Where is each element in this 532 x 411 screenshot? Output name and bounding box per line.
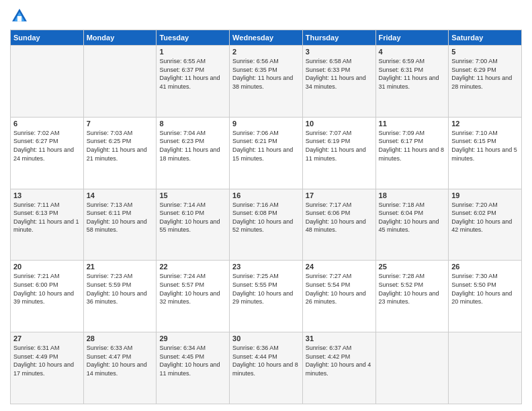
svg-rect-2 — [17, 16, 21, 21]
day-info: Sunrise: 7:09 AMSunset: 6:17 PMDaylight:… — [379, 129, 446, 163]
calendar-cell: 8Sunrise: 7:04 AMSunset: 6:23 PMDaylight… — [157, 117, 230, 189]
calendar-cell: 9Sunrise: 7:06 AMSunset: 6:21 PMDaylight… — [230, 117, 303, 189]
calendar-page: SundayMondayTuesdayWednesdayThursdayFrid… — [0, 0, 532, 411]
calendar-table: SundayMondayTuesdayWednesdayThursdayFrid… — [10, 30, 522, 404]
day-info: Sunrise: 6:37 AMSunset: 4:42 PMDaylight:… — [306, 344, 373, 377]
day-number: 8 — [159, 120, 226, 128]
day-info: Sunrise: 6:56 AMSunset: 6:35 PMDaylight:… — [232, 57, 300, 91]
day-info: Sunrise: 7:02 AMSunset: 6:27 PMDaylight:… — [13, 129, 81, 163]
day-number: 9 — [232, 120, 300, 128]
calendar-cell: 28Sunrise: 6:33 AMSunset: 4:47 PMDayligh… — [83, 332, 157, 404]
day-info: Sunrise: 7:03 AMSunset: 6:25 PMDaylight:… — [87, 129, 154, 163]
logo-icon — [10, 7, 29, 26]
day-info: Sunrise: 7:00 AMSunset: 6:29 PMDaylight:… — [451, 57, 519, 91]
day-info: Sunrise: 6:33 AMSunset: 4:47 PMDaylight:… — [87, 344, 154, 377]
day-number: 20 — [13, 263, 81, 271]
day-info: Sunrise: 7:13 AMSunset: 6:11 PMDaylight:… — [87, 201, 154, 234]
calendar-cell — [11, 46, 84, 118]
calendar-cell: 11Sunrise: 7:09 AMSunset: 6:17 PMDayligh… — [375, 117, 449, 189]
calendar-cell: 16Sunrise: 7:16 AMSunset: 6:08 PMDayligh… — [230, 189, 303, 261]
day-number: 5 — [451, 48, 519, 56]
day-number: 25 — [379, 263, 446, 271]
calendar-cell: 30Sunrise: 6:36 AMSunset: 4:44 PMDayligh… — [230, 332, 303, 404]
calendar-cell: 26Sunrise: 7:30 AMSunset: 5:50 PMDayligh… — [449, 261, 522, 332]
weekday-header: Monday — [83, 30, 157, 46]
day-number: 11 — [379, 120, 446, 128]
weekday-header: Friday — [375, 30, 449, 46]
day-number: 14 — [87, 191, 154, 199]
calendar-cell: 23Sunrise: 7:25 AMSunset: 5:55 PMDayligh… — [230, 261, 303, 332]
day-number: 31 — [306, 334, 373, 342]
calendar-cell: 20Sunrise: 7:21 AMSunset: 6:00 PMDayligh… — [11, 261, 84, 332]
calendar-cell: 6Sunrise: 7:02 AMSunset: 6:27 PMDaylight… — [11, 117, 84, 189]
day-number: 2 — [232, 48, 300, 56]
day-info: Sunrise: 7:28 AMSunset: 5:52 PMDaylight:… — [379, 272, 446, 306]
calendar-cell: 12Sunrise: 7:10 AMSunset: 6:15 PMDayligh… — [449, 117, 522, 189]
day-number: 18 — [379, 191, 446, 199]
calendar-cell: 5Sunrise: 7:00 AMSunset: 6:29 PMDaylight… — [449, 46, 522, 118]
weekday-header-row: SundayMondayTuesdayWednesdayThursdayFrid… — [11, 30, 522, 46]
day-info: Sunrise: 7:21 AMSunset: 6:00 PMDaylight:… — [13, 272, 81, 306]
weekday-header: Thursday — [302, 30, 375, 46]
day-number: 17 — [306, 191, 373, 199]
weekday-header: Sunday — [11, 30, 84, 46]
day-info: Sunrise: 7:27 AMSunset: 5:54 PMDaylight:… — [306, 272, 373, 306]
calendar-cell: 14Sunrise: 7:13 AMSunset: 6:11 PMDayligh… — [83, 189, 157, 261]
day-number: 27 — [13, 334, 81, 342]
day-number: 28 — [87, 334, 154, 342]
day-info: Sunrise: 7:20 AMSunset: 6:02 PMDaylight:… — [451, 201, 519, 234]
calendar-cell: 19Sunrise: 7:20 AMSunset: 6:02 PMDayligh… — [449, 189, 522, 261]
day-info: Sunrise: 7:07 AMSunset: 6:19 PMDaylight:… — [306, 129, 373, 163]
calendar-cell: 29Sunrise: 6:34 AMSunset: 4:45 PMDayligh… — [157, 332, 230, 404]
calendar-cell — [449, 332, 522, 404]
day-number: 4 — [379, 48, 446, 56]
day-number: 15 — [159, 191, 226, 199]
calendar-cell: 17Sunrise: 7:17 AMSunset: 6:06 PMDayligh… — [302, 189, 375, 261]
calendar-cell: 1Sunrise: 6:55 AMSunset: 6:37 PMDaylight… — [157, 46, 230, 118]
day-number: 1 — [159, 48, 226, 56]
day-info: Sunrise: 7:06 AMSunset: 6:21 PMDaylight:… — [232, 129, 300, 163]
day-info: Sunrise: 7:25 AMSunset: 5:55 PMDaylight:… — [232, 272, 300, 306]
calendar-cell: 18Sunrise: 7:18 AMSunset: 6:04 PMDayligh… — [375, 189, 449, 261]
day-number: 16 — [232, 191, 300, 199]
day-number: 19 — [451, 191, 519, 199]
calendar-cell: 10Sunrise: 7:07 AMSunset: 6:19 PMDayligh… — [302, 117, 375, 189]
day-number: 22 — [159, 263, 226, 271]
weekday-header: Tuesday — [157, 30, 230, 46]
day-number: 29 — [159, 334, 226, 342]
day-info: Sunrise: 7:14 AMSunset: 6:10 PMDaylight:… — [159, 201, 226, 234]
calendar-cell: 27Sunrise: 6:31 AMSunset: 4:49 PMDayligh… — [11, 332, 84, 404]
weekday-header: Wednesday — [230, 30, 303, 46]
calendar-row: 13Sunrise: 7:11 AMSunset: 6:13 PMDayligh… — [11, 189, 522, 261]
calendar-cell: 2Sunrise: 6:56 AMSunset: 6:35 PMDaylight… — [230, 46, 303, 118]
day-info: Sunrise: 6:58 AMSunset: 6:33 PMDaylight:… — [306, 57, 373, 91]
day-number: 12 — [451, 120, 519, 128]
calendar-row: 27Sunrise: 6:31 AMSunset: 4:49 PMDayligh… — [11, 332, 522, 404]
header — [10, 7, 522, 26]
day-number: 26 — [451, 263, 519, 271]
calendar-row: 6Sunrise: 7:02 AMSunset: 6:27 PMDaylight… — [11, 117, 522, 189]
calendar-cell: 31Sunrise: 6:37 AMSunset: 4:42 PMDayligh… — [302, 332, 375, 404]
calendar-cell: 7Sunrise: 7:03 AMSunset: 6:25 PMDaylight… — [83, 117, 157, 189]
day-info: Sunrise: 7:23 AMSunset: 5:59 PMDaylight:… — [87, 272, 154, 306]
day-info: Sunrise: 7:18 AMSunset: 6:04 PMDaylight:… — [379, 201, 446, 234]
calendar-row: 1Sunrise: 6:55 AMSunset: 6:37 PMDaylight… — [11, 46, 522, 118]
day-info: Sunrise: 6:55 AMSunset: 6:37 PMDaylight:… — [159, 57, 226, 91]
day-info: Sunrise: 7:10 AMSunset: 6:15 PMDaylight:… — [451, 129, 519, 163]
calendar-row: 20Sunrise: 7:21 AMSunset: 6:00 PMDayligh… — [11, 261, 522, 332]
calendar-cell: 13Sunrise: 7:11 AMSunset: 6:13 PMDayligh… — [11, 189, 84, 261]
day-number: 3 — [306, 48, 373, 56]
day-number: 10 — [306, 120, 373, 128]
calendar-cell: 24Sunrise: 7:27 AMSunset: 5:54 PMDayligh… — [302, 261, 375, 332]
day-number: 6 — [13, 120, 81, 128]
day-info: Sunrise: 7:24 AMSunset: 5:57 PMDaylight:… — [159, 272, 226, 306]
day-info: Sunrise: 7:04 AMSunset: 6:23 PMDaylight:… — [159, 129, 226, 163]
calendar-cell: 22Sunrise: 7:24 AMSunset: 5:57 PMDayligh… — [157, 261, 230, 332]
calendar-cell: 4Sunrise: 6:59 AMSunset: 6:31 PMDaylight… — [375, 46, 449, 118]
calendar-cell: 25Sunrise: 7:28 AMSunset: 5:52 PMDayligh… — [375, 261, 449, 332]
weekday-header: Saturday — [449, 30, 522, 46]
day-info: Sunrise: 6:36 AMSunset: 4:44 PMDaylight:… — [232, 344, 300, 377]
day-info: Sunrise: 6:59 AMSunset: 6:31 PMDaylight:… — [379, 57, 446, 91]
calendar-cell: 3Sunrise: 6:58 AMSunset: 6:33 PMDaylight… — [302, 46, 375, 118]
calendar-cell — [83, 46, 157, 118]
